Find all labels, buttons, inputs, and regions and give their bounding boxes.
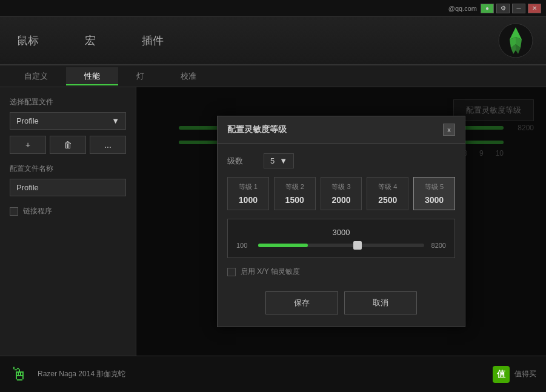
level4-label: 等级 4	[372, 182, 403, 191]
modal-slider-fill	[258, 244, 308, 247]
chevron-down-icon: ▼	[112, 116, 119, 125]
modal-dialog: 配置灵敏度等级 x 级数 5 ▼	[217, 116, 465, 327]
level-card-5[interactable]: 等级 5 3000	[413, 177, 455, 210]
app-header: 鼠标 宏 插件	[0, 17, 546, 65]
titlebar-settings-btn[interactable]: ⚙	[496, 4, 510, 13]
modal-overlay: 配置灵敏度等级 x 级数 5 ▼	[136, 87, 546, 356]
modal-slider-max: 8200	[429, 242, 446, 249]
sidebar-profile-select[interactable]: Profile ▼	[10, 112, 126, 130]
bottom-right: 值 值得买	[493, 366, 536, 383]
device-name: Razer Naga 2014 那伽克蛇	[38, 369, 125, 379]
sidebar-select-label: 选择配置文件	[10, 97, 126, 107]
modal-cancel-btn[interactable]: 取消	[344, 291, 417, 314]
nav-macro[interactable]: 宏	[80, 31, 101, 50]
subnav-performance[interactable]: 性能	[66, 67, 118, 85]
titlebar-green-btn[interactable]: ●	[481, 4, 494, 13]
content: 选择配置文件 Profile ▼ + 🗑 ... 配置文件名称 链接程序 配置灵…	[0, 87, 546, 356]
level2-label: 等级 2	[279, 182, 310, 191]
level4-value: 2500	[372, 195, 403, 205]
main-area: 配置灵敏度等级 8200	[136, 87, 546, 356]
level-card-1[interactable]: 等级 1 1000	[227, 177, 269, 210]
level3-label: 等级 3	[326, 182, 357, 191]
device-mouse-icon: 🖱	[10, 364, 28, 385]
titlebar-controls: ● ⚙ ─ ✕	[481, 4, 541, 13]
subnav-customize[interactable]: 自定义	[6, 67, 66, 85]
modal-header: 配置灵敏度等级 x	[218, 116, 465, 144]
modal-level-value: 5	[270, 156, 275, 165]
sidebar-add-btn[interactable]: +	[10, 136, 46, 154]
level-card-2[interactable]: 等级 2 1500	[274, 177, 316, 210]
xy-row: 启用 X/Y 轴灵敏度	[227, 267, 455, 277]
razer-logo	[498, 22, 534, 59]
modal-save-btn[interactable]: 保存	[265, 291, 338, 314]
modal-slider-thumb[interactable]	[353, 241, 362, 250]
nav-mouse[interactable]: 鼠标	[12, 31, 44, 50]
modal-slider-section: 3000 100 8200	[227, 219, 455, 258]
level2-value: 1500	[279, 195, 310, 205]
modal-level-chevron: ▼	[279, 156, 287, 165]
level5-label: 等级 5	[419, 182, 450, 191]
level1-label: 等级 1	[233, 182, 264, 191]
zhihu-text: 值得买	[514, 369, 536, 379]
sidebar-delete-btn[interactable]: 🗑	[50, 136, 86, 154]
sidebar-link-row: 链接程序	[10, 206, 126, 216]
subnav-calibrate[interactable]: 校准	[162, 67, 215, 85]
modal-level-select[interactable]: 5 ▼	[264, 153, 294, 168]
modal-buttons: 保存 取消	[227, 287, 455, 317]
modal-slider-container: 100 8200	[236, 242, 446, 249]
app: 鼠标 宏 插件 自定义 性能 灯 校准 选择配置文件 Profile	[0, 17, 546, 392]
sidebar-more-btn[interactable]: ...	[90, 136, 126, 154]
xy-checkbox[interactable]	[227, 268, 236, 276]
modal-slider-min: 100	[236, 242, 253, 249]
modal-title: 配置灵敏度等级	[227, 124, 287, 135]
modal-body: 级数 5 ▼ 等级 1 1000	[218, 144, 465, 327]
sidebar-profile-value: Profile	[16, 116, 39, 125]
sidebar-name-input[interactable]	[10, 179, 126, 196]
sub-nav: 自定义 性能 灯 校准	[0, 65, 546, 87]
level-card-4[interactable]: 等级 4 2500	[367, 177, 408, 210]
modal-close-btn[interactable]: x	[443, 124, 455, 136]
zhihu-icon[interactable]: 值	[493, 366, 510, 383]
modal-slider-value: 3000	[236, 228, 446, 237]
subnav-light[interactable]: 灯	[118, 67, 162, 85]
sidebar-actions: + 🗑 ...	[10, 136, 126, 154]
main-nav: 鼠标 宏 插件	[12, 31, 168, 50]
zhihu-icon-text: 值	[497, 369, 505, 380]
sidebar: 选择配置文件 Profile ▼ + 🗑 ... 配置文件名称 链接程序	[0, 87, 136, 356]
sidebar-name-label: 配置文件名称	[10, 164, 126, 174]
level-cards: 等级 1 1000 等级 2 1500 等级 3 2000	[227, 177, 455, 210]
modal-slider-track[interactable]	[258, 244, 424, 247]
titlebar-minimize-btn[interactable]: ─	[512, 4, 525, 13]
nav-plugin[interactable]: 插件	[137, 31, 168, 50]
level1-value: 1000	[233, 195, 264, 205]
xy-label: 启用 X/Y 轴灵敏度	[241, 267, 300, 277]
level3-value: 2000	[326, 195, 357, 205]
sidebar-link-checkbox[interactable]	[10, 207, 18, 216]
level-card-3[interactable]: 等级 3 2000	[321, 177, 362, 210]
titlebar: @qq.com ● ⚙ ─ ✕	[0, 0, 546, 17]
titlebar-close-btn[interactable]: ✕	[528, 4, 541, 13]
bottom-bar: 🖱 Razer Naga 2014 那伽克蛇 值 值得买	[0, 356, 546, 392]
modal-level-row: 级数 5 ▼	[227, 153, 455, 168]
level5-value: 3000	[419, 195, 450, 205]
modal-level-label: 级数	[227, 156, 258, 167]
sidebar-link-label: 链接程序	[23, 206, 52, 216]
titlebar-email: @qq.com	[448, 5, 477, 12]
